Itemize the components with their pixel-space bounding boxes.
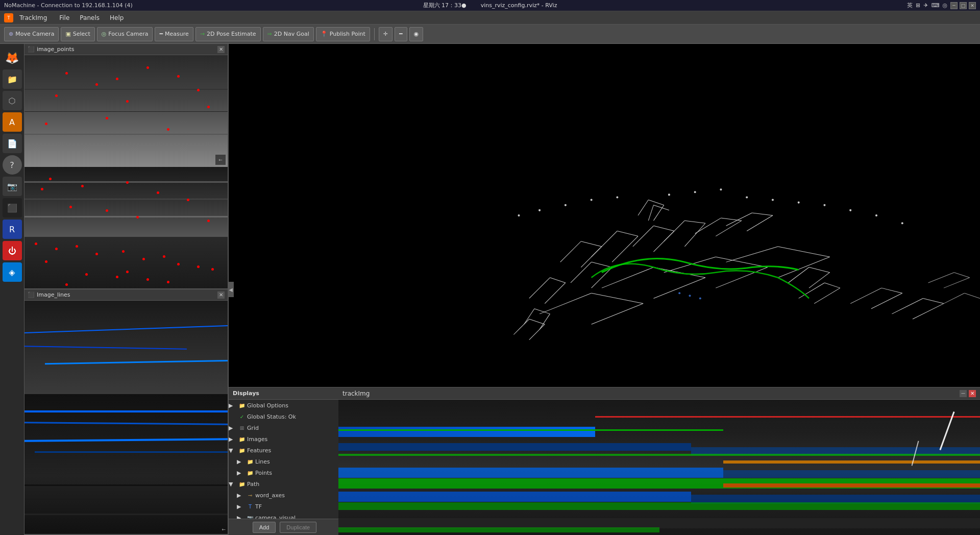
sidebar-icon-vscode[interactable]: ◈ bbox=[3, 262, 22, 282]
svg-line-31 bbox=[778, 247, 830, 257]
title-bar: NoMachine - Connection to 192.168.1.104 … bbox=[0, 0, 980, 11]
keyboard-icon: ⌨ bbox=[932, 2, 940, 9]
display-item-images[interactable]: ▶ 📁 Images bbox=[229, 433, 340, 445]
svg-line-10 bbox=[653, 226, 674, 231]
svg-line-46 bbox=[529, 319, 545, 324]
display-item-global-options[interactable]: ▶ 📁 Global Options bbox=[229, 400, 340, 411]
svg-line-22 bbox=[592, 293, 644, 303]
trackimg-close-btn[interactable]: ✕ bbox=[969, 390, 976, 397]
grid-icon: ⊞ bbox=[238, 424, 246, 431]
sidebar-icon-camera[interactable]: 📷 bbox=[3, 177, 22, 196]
svg-line-49 bbox=[648, 200, 664, 205]
menu-panels[interactable]: Panels bbox=[78, 13, 102, 22]
crosshair-btn[interactable]: ✛ bbox=[379, 27, 393, 41]
sidebar-icon-files[interactable]: 📁 bbox=[3, 69, 22, 89]
svg-line-52 bbox=[653, 205, 669, 210]
global-options-icon: 📁 bbox=[238, 402, 246, 409]
image-lines-panel: ⬛ Image_lines ✕ bbox=[24, 289, 228, 535]
sidebar-icon-terminal[interactable]: ⬛ bbox=[3, 198, 22, 217]
sidebar-icon-education[interactable]: A bbox=[3, 112, 22, 132]
display-item-tf[interactable]: ▶ T TF bbox=[229, 501, 340, 512]
menu-file[interactable]: File bbox=[57, 13, 71, 22]
display-item-global-status[interactable]: ✓ Global Status: Ok bbox=[229, 411, 340, 422]
tf-icon: T bbox=[247, 503, 254, 510]
minus-btn[interactable]: ━ bbox=[395, 27, 407, 41]
trackimg-minimize-btn[interactable]: ─ bbox=[960, 390, 967, 397]
svg-line-36 bbox=[850, 288, 881, 303]
svg-point-53 bbox=[668, 194, 670, 196]
svg-line-6 bbox=[592, 231, 618, 257]
image-points-icon: ⬛ bbox=[28, 46, 35, 53]
svg-line-69 bbox=[592, 262, 612, 267]
image-lines-close-btn[interactable]: ✕ bbox=[217, 291, 225, 299]
svg-point-64 bbox=[875, 214, 877, 216]
minimize-btn[interactable]: ─ bbox=[950, 2, 958, 9]
move-camera-btn[interactable]: ⊕ Move Camera bbox=[4, 27, 59, 41]
publish-point-btn[interactable]: 📍 Publish Point bbox=[316, 27, 370, 41]
connection-info: NoMachine - Connection to 192.168.1.104 … bbox=[4, 2, 133, 9]
svg-line-23 bbox=[592, 304, 644, 325]
svg-line-4 bbox=[581, 241, 602, 247]
sidebar-icon-apps[interactable]: ⬡ bbox=[3, 91, 22, 110]
svg-line-8 bbox=[612, 236, 638, 262]
trackimg-title: trackImg bbox=[342, 390, 370, 397]
svg-line-1 bbox=[550, 278, 565, 283]
svg-line-0 bbox=[529, 278, 550, 299]
svg-line-47 bbox=[529, 324, 545, 339]
display-item-lines[interactable]: ▶ 📁 Lines bbox=[229, 456, 340, 467]
expand-path: ▼ bbox=[229, 481, 237, 488]
app-bar: T TrackImg File Panels Help bbox=[0, 11, 980, 25]
title-bar-right: 英 ⊞ ✈ ⌨ ◎ ─ □ ✕ bbox=[907, 2, 976, 9]
duplicate-btn[interactable]: Duplicate bbox=[280, 522, 316, 533]
image-points-title: ⬛ image_points bbox=[28, 46, 75, 53]
close-btn[interactable]: ✕ bbox=[969, 2, 976, 9]
display-item-path[interactable]: ▼ 📁 Path bbox=[229, 478, 340, 490]
svg-line-39 bbox=[892, 298, 923, 313]
image-points-close-btn[interactable]: ✕ bbox=[217, 46, 225, 53]
sidebar-icon-rviz[interactable]: R bbox=[3, 220, 22, 239]
svg-point-66 bbox=[539, 209, 541, 211]
display-item-points[interactable]: ▶ 📁 Points bbox=[229, 467, 340, 478]
sidebar-icon-docs[interactable]: 📄 bbox=[3, 134, 22, 153]
nav-goal-btn[interactable]: ⇒ 2D Nav Goal bbox=[263, 27, 314, 41]
svg-line-81 bbox=[965, 293, 980, 298]
title-bar-left: NoMachine - Connection to 192.168.1.104 … bbox=[4, 2, 133, 9]
measure-btn[interactable]: ━ Measure bbox=[155, 27, 193, 41]
image-lines-icon: ⬛ bbox=[28, 291, 35, 298]
pose-estimate-btn[interactable]: → 2D Pose Estimate bbox=[195, 27, 261, 41]
svg-line-24 bbox=[602, 268, 654, 288]
select-btn[interactable]: ▣ Select bbox=[61, 27, 94, 41]
display-item-word-axes[interactable]: ▶ ⊸ word_axes bbox=[229, 490, 340, 501]
svg-point-58 bbox=[591, 199, 592, 201]
add-btn[interactable]: Add bbox=[253, 522, 276, 533]
points-folder-icon: 📁 bbox=[247, 469, 254, 476]
network-icon: ⊞ bbox=[916, 2, 920, 9]
svg-point-55 bbox=[720, 189, 722, 190]
expand-images: ▶ bbox=[229, 436, 237, 443]
expand-points: ▶ bbox=[237, 470, 245, 476]
sidebar-icon-help[interactable]: ? bbox=[3, 155, 22, 175]
circle-btn[interactable]: ◉ bbox=[409, 27, 424, 41]
focus-camera-btn[interactable]: ◎ Focus Camera bbox=[97, 27, 153, 41]
displays-header: Displays bbox=[229, 387, 340, 400]
title-bar-center: 星期六 17：33● vins_rviz_config.rviz* - RViz bbox=[423, 2, 557, 9]
menu-help[interactable]: Help bbox=[108, 13, 126, 22]
svg-line-37 bbox=[881, 288, 902, 293]
svg-point-63 bbox=[850, 209, 851, 211]
svg-line-42 bbox=[524, 309, 534, 324]
display-item-features[interactable]: ▼ 📁 Features bbox=[229, 445, 340, 456]
word-axes-icon: ⊸ bbox=[247, 492, 254, 499]
window-controls: ─ □ ✕ bbox=[950, 2, 976, 9]
maximize-btn[interactable]: □ bbox=[960, 2, 967, 9]
display-item-grid[interactable]: ▶ ⊞ Grid bbox=[229, 422, 340, 433]
expand-camera-visual: ▶ bbox=[237, 515, 245, 519]
left-sidebar: 🦊 📁 ⬡ A 📄 ? 📷 ⬛ R ⏻ ◈ bbox=[0, 44, 24, 535]
svg-line-48 bbox=[638, 200, 648, 215]
display-item-camera-visual[interactable]: ▶ 📷 camera_visual bbox=[229, 512, 340, 519]
svg-line-15 bbox=[695, 218, 721, 233]
toolbar: ⊕ Move Camera ▣ Select ◎ Focus Camera ━ … bbox=[0, 25, 980, 44]
collapse-arrow[interactable]: ◀ bbox=[228, 282, 234, 297]
sidebar-icon-power[interactable]: ⏻ bbox=[3, 241, 22, 260]
sidebar-icon-firefox[interactable]: 🦊 bbox=[3, 48, 22, 67]
lang-indicator: 英 bbox=[907, 2, 913, 9]
